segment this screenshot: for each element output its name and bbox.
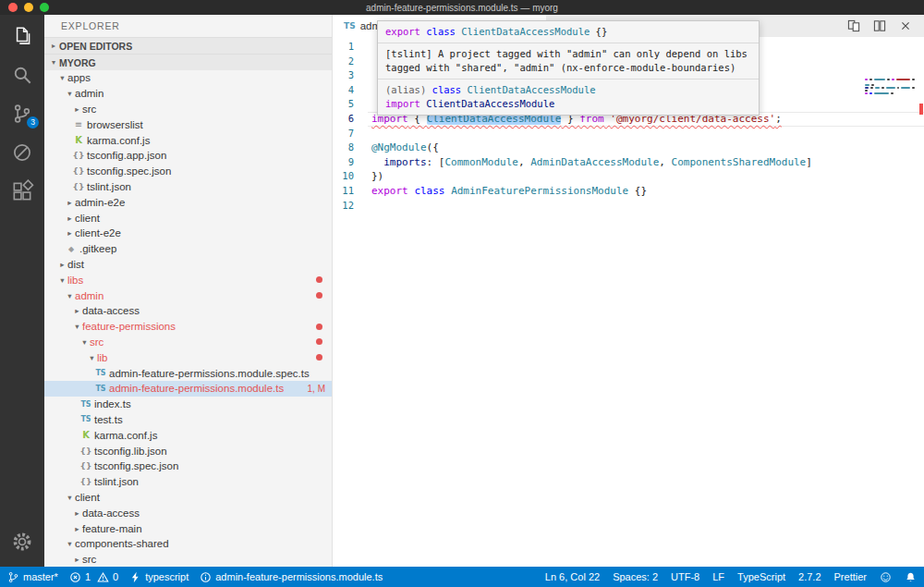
tree-item-dist[interactable]: ▸dist	[44, 257, 332, 273]
close-window-button[interactable]	[8, 3, 18, 12]
tree-item-src[interactable]: ▸src	[44, 102, 332, 117]
json-file-icon: {}	[72, 151, 85, 160]
section-open-editors[interactable]: ▸ OPEN EDITORS	[44, 37, 332, 54]
tree-item-feature-main[interactable]: ▸feature-main	[44, 520, 332, 536]
tree-item-browserslist[interactable]: ≡browserslist	[44, 116, 332, 132]
problem-dot-badge	[316, 354, 322, 361]
json-file-icon: {}	[72, 166, 85, 176]
problem-dot-badge	[316, 338, 322, 345]
tree-item-tslint.json[interactable]: {}tslint.json	[44, 179, 332, 195]
code-line-11[interactable]: export class AdminFeaturePermissionsModu…	[368, 184, 924, 199]
section-label: MYORG	[59, 57, 96, 68]
activity-bar: 3	[0, 15, 44, 567]
tree-item-test.ts[interactable]: TStest.ts	[44, 412, 332, 428]
chevron-down-icon: ▾	[65, 291, 75, 300]
split-editor-icon[interactable]	[872, 18, 887, 33]
tree-item-tslint.json[interactable]: {}tslint.json	[44, 474, 332, 490]
scm-changes-badge: 3	[27, 116, 39, 128]
status-error-count[interactable]: 1	[69, 571, 91, 583]
tree-item-admin-e2e[interactable]: ▸admin-e2e	[44, 194, 332, 210]
tree-item-tsconfig.spec.json[interactable]: {}tsconfig.spec.json	[44, 164, 332, 179]
code-token: ]	[806, 156, 812, 168]
tree-item-components-shared[interactable]: ▾components-shared	[44, 536, 332, 552]
status-feedback[interactable]	[880, 571, 892, 583]
code-line-12[interactable]	[368, 199, 924, 214]
tree-item-data-access[interactable]: ▸data-access	[44, 303, 332, 319]
tree-item-.gitkeep[interactable]: ◆.gitkeep	[44, 241, 332, 257]
status-label: 1	[85, 571, 91, 582]
minimap-line	[865, 84, 915, 86]
chevron-right-icon: ▸	[72, 508, 82, 518]
tree-item-tsconfig.spec.json[interactable]: {}tsconfig.spec.json	[44, 459, 332, 474]
section-workspace-root[interactable]: ▾ MYORG	[44, 54, 332, 70]
chevron-down-icon: ▾	[79, 337, 90, 347]
tree-item-lib[interactable]: ▾lib	[44, 349, 332, 365]
status-cursor-position[interactable]: Ln 6, Col 22	[545, 571, 600, 582]
status-label: admin-feature-permissions.module.ts	[215, 571, 383, 582]
tree-item-libs[interactable]: ▾libs	[44, 272, 332, 287]
tree-item-label: tsconfig.app.json	[87, 150, 166, 161]
tree-item-karma.conf.js[interactable]: Kkarma.conf.js	[44, 132, 332, 148]
tree-item-label: .gitkeep	[79, 243, 116, 254]
tree-item-client-e2e[interactable]: ▸client-e2e	[44, 226, 332, 241]
settings-icon[interactable]	[10, 530, 34, 554]
tree-item-data-access[interactable]: ▸data-access	[44, 505, 332, 520]
status-typescript-version[interactable]: 2.7.2	[798, 571, 821, 582]
chevron-right-icon: ▸	[72, 555, 82, 564]
code-line-9[interactable]: imports: [CommonModule, AdminDataAccessM…	[368, 155, 924, 170]
status-notifications[interactable]	[905, 571, 917, 583]
tree-item-admin-feature-permissions.module.spec.ts[interactable]: TSadmin-feature-permissions.module.spec.…	[44, 365, 332, 381]
minimap-line	[865, 90, 915, 92]
code-line-10[interactable]: })	[368, 169, 924, 184]
tree-item-client[interactable]: ▸client	[44, 210, 332, 226]
minimap[interactable]	[865, 65, 915, 98]
status-git-branch[interactable]: master*	[7, 571, 58, 583]
status-end-of-line[interactable]: LF	[712, 571, 724, 582]
overview-ruler-error-mark	[919, 104, 923, 115]
extensions-icon[interactable]	[10, 179, 34, 203]
tree-item-karma.conf.js[interactable]: Kkarma.conf.js	[44, 427, 332, 443]
tree-item-apps[interactable]: ▾apps	[44, 70, 332, 86]
status-warning-count[interactable]: 0	[97, 571, 118, 583]
code-line-7[interactable]	[368, 127, 924, 141]
status-language-mode[interactable]: TypeScript	[737, 571, 785, 582]
vscode-window: admin-feature-permissions.module.ts — my…	[0, 0, 924, 587]
search-icon[interactable]	[10, 63, 34, 87]
tree-item-tsconfig.lib.json[interactable]: {}tsconfig.lib.json	[44, 443, 332, 459]
tree-item-label: browserslist	[87, 119, 143, 130]
hover-message-line: [tslint] A project tagged with "admin" c…	[385, 47, 751, 61]
zoom-window-button[interactable]	[40, 3, 49, 12]
tree-item-src[interactable]: ▾src	[44, 335, 332, 350]
open-changes-icon[interactable]	[846, 18, 861, 33]
source-control-icon[interactable]: 3	[10, 102, 34, 126]
tree-item-admin[interactable]: ▾admin	[44, 287, 332, 303]
tree-item-label: client	[75, 213, 100, 224]
problem-dot-badge	[316, 292, 322, 299]
tree-item-feature-permissions[interactable]: ▾feature-permissions	[44, 319, 332, 335]
explorer-icon[interactable]	[10, 24, 34, 48]
tree-item-index.ts[interactable]: TSindex.ts	[44, 397, 332, 412]
status-label: master*	[23, 571, 58, 582]
status-label: typescript	[145, 571, 188, 582]
status-label: LF	[712, 571, 724, 582]
minimap-line	[865, 76, 915, 78]
tree-item-admin[interactable]: ▾admin	[44, 86, 332, 102]
status-bar: master*10typescriptadmin-feature-permiss…	[0, 567, 924, 587]
status-encoding[interactable]: UTF-8	[671, 571, 699, 582]
minimize-window-button[interactable]	[24, 3, 33, 12]
status-tslint-status[interactable]: typescript	[129, 571, 188, 583]
tree-item-tsconfig.app.json[interactable]: {}tsconfig.app.json	[44, 148, 332, 164]
minimap-line	[865, 65, 915, 67]
line-number: 7	[333, 127, 354, 141]
tree-item-src[interactable]: ▸src	[44, 552, 332, 567]
status-indentation[interactable]: Spaces: 2	[613, 571, 658, 582]
tree-item-client[interactable]: ▾client	[44, 490, 332, 506]
json-file-icon: {}	[79, 446, 92, 456]
tree-item-label: admin	[75, 88, 103, 99]
status-prettier[interactable]: Prettier	[834, 571, 867, 582]
status-active-file-problems[interactable]: admin-feature-permissions.module.ts	[200, 571, 383, 583]
code-line-8[interactable]: @NgModule({	[368, 141, 924, 155]
tree-item-admin-feature-permissions.module.ts[interactable]: TSadmin-feature-permissions.module.ts1, …	[44, 381, 332, 397]
debug-icon[interactable]	[10, 141, 34, 165]
close-editor-icon[interactable]	[898, 18, 913, 33]
